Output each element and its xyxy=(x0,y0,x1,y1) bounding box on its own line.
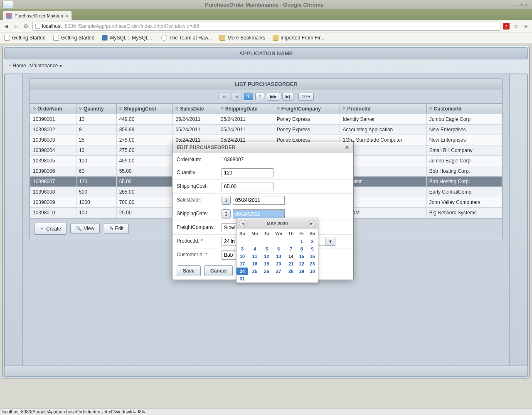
date-cell[interactable]: 29 xyxy=(297,268,307,275)
menu-icon[interactable]: ≡ xyxy=(522,23,530,29)
bookmark-item[interactable]: Getting Started xyxy=(4,35,46,41)
create-button[interactable]: ＋Create xyxy=(34,223,66,235)
page-first[interactable]: ⏮ xyxy=(218,93,229,100)
date-cell[interactable]: 25 xyxy=(248,268,261,275)
bookmark-folder[interactable]: More Bookmarks xyxy=(219,35,265,41)
date-cell[interactable]: 27 xyxy=(272,268,286,275)
dow-label: Th xyxy=(286,229,297,238)
bookmark-folder[interactable]: Imported From Fir... xyxy=(273,35,324,41)
sort-icon: ◇ xyxy=(119,106,122,110)
breadcrumb-item[interactable]: Maintenance ▾ xyxy=(30,63,62,69)
prev-month-icon[interactable]: ◀ xyxy=(239,220,246,227)
quantity-input[interactable] xyxy=(222,168,273,177)
date-cell[interactable]: 14 xyxy=(286,253,297,260)
column-header[interactable]: ◇ShippingDate xyxy=(218,104,274,114)
table-cell: Accounting Application xyxy=(340,125,426,135)
view-button[interactable]: 🔍View xyxy=(70,223,100,234)
date-cell[interactable]: 2 xyxy=(307,238,318,245)
column-header[interactable]: ◇FreightCompany xyxy=(274,104,340,114)
date-cell[interactable]: 6 xyxy=(272,245,286,253)
table-row[interactable]: 103980028359.9905/24/201105/24/2011Poney… xyxy=(30,125,502,135)
page-next[interactable]: ▶▶ xyxy=(267,93,280,101)
calendar-icon[interactable]: 🗓 xyxy=(222,209,231,219)
column-header[interactable]: ◇ShippingCost xyxy=(116,104,173,114)
window-controls[interactable]: —+× xyxy=(513,2,530,8)
date-cell[interactable]: 10 xyxy=(236,253,248,260)
url-input[interactable]: localhost:8080/SampleApp/purchaseOrder/i… xyxy=(32,22,500,31)
column-header[interactable]: ◇CustomerId xyxy=(426,104,502,114)
table-cell: 60 xyxy=(76,166,116,177)
dropdown-icon[interactable]: ▾ xyxy=(325,237,335,246)
dialog-header[interactable]: EDIT PURCHASEORDER ✕ xyxy=(172,142,353,153)
date-cell[interactable]: 21 xyxy=(286,260,297,268)
right-panel xyxy=(509,74,527,376)
save-button[interactable]: Save xyxy=(177,265,201,276)
column-header[interactable]: ◇OrderNum xyxy=(30,104,76,114)
date-cell[interactable]: 13 xyxy=(272,253,286,260)
table-cell: 275.00 xyxy=(116,135,173,145)
page-size-select[interactable]: 10 ▾ xyxy=(298,93,314,101)
date-cell[interactable]: 19 xyxy=(261,260,272,268)
search-icon: 🔍 xyxy=(76,226,82,231)
calendar-icon[interactable]: 🗓 xyxy=(222,196,231,205)
tab-title: PurchaseOrder Mainten xyxy=(15,13,63,18)
table-row[interactable]: 1039800110449.0005/24/201105/24/2011Pone… xyxy=(30,114,502,125)
salesdate-input[interactable] xyxy=(233,196,285,205)
bookmark-item[interactable]: MySQL :: MySQL ... xyxy=(102,35,154,41)
flash-icon[interactable]: ƒ xyxy=(503,23,510,29)
column-header[interactable]: ◇Quantity xyxy=(76,104,116,114)
date-cell[interactable]: 12 xyxy=(261,253,272,260)
table-cell: Bob Hosting Corp. xyxy=(426,166,502,177)
date-cell[interactable]: 1 xyxy=(297,238,307,245)
table-cell: 05/24/2011 xyxy=(218,125,274,135)
browser-tab[interactable]: PurchaseOrder Mainten × xyxy=(2,11,72,20)
date-cell[interactable]: 5 xyxy=(261,245,272,253)
date-cell[interactable]: 22 xyxy=(297,260,307,268)
pencil-icon: ✎ xyxy=(109,226,113,231)
date-cell[interactable]: 24 xyxy=(236,268,248,275)
reload-button[interactable]: ⟳ xyxy=(22,23,30,29)
date-cell[interactable]: 9 xyxy=(307,245,318,253)
forward-button[interactable]: ► xyxy=(12,23,20,29)
column-header[interactable]: ◇ProductId xyxy=(340,104,426,114)
close-icon[interactable]: ✕ xyxy=(345,145,349,150)
date-cell[interactable]: 7 xyxy=(286,245,297,253)
breadcrumb-home[interactable]: Home xyxy=(8,63,26,69)
page-icon xyxy=(4,35,10,41)
date-cell[interactable]: 18 xyxy=(248,260,261,268)
date-cell[interactable]: 4 xyxy=(248,245,261,253)
page-last[interactable]: ▶| xyxy=(282,93,293,101)
date-cell[interactable]: 8 xyxy=(297,245,307,253)
shippingcost-input[interactable] xyxy=(222,182,273,191)
back-button[interactable]: ◄ xyxy=(2,23,10,29)
cancel-button[interactable]: Cancel xyxy=(204,265,233,276)
page-prev[interactable]: ◀ xyxy=(232,93,241,101)
date-cell[interactable]: 17 xyxy=(236,260,248,268)
bookmark-item[interactable]: The Team at Haw... xyxy=(161,35,212,41)
date-cell[interactable]: 31 xyxy=(236,275,248,282)
date-cell[interactable]: 15 xyxy=(297,253,307,260)
date-cell xyxy=(261,275,272,282)
date-cell xyxy=(272,275,286,282)
date-cell[interactable]: 3 xyxy=(236,245,248,253)
shippingdate-input[interactable] xyxy=(233,209,285,219)
table-cell: 449.00 xyxy=(116,114,173,125)
bookmark-item[interactable]: Getting Started xyxy=(53,35,95,41)
date-cell[interactable]: 20 xyxy=(272,260,286,268)
date-cell[interactable]: 11 xyxy=(248,253,261,260)
page-number[interactable]: 2 xyxy=(255,93,264,100)
date-cell[interactable]: 30 xyxy=(307,268,318,275)
date-cell[interactable]: 23 xyxy=(307,260,318,268)
close-icon[interactable]: × xyxy=(66,13,68,18)
date-cell[interactable]: 26 xyxy=(261,268,272,275)
edit-button[interactable]: ✎Edit xyxy=(104,223,129,234)
table-cell: 700.00 xyxy=(116,197,173,208)
date-cell[interactable]: 28 xyxy=(286,268,297,275)
page-number[interactable]: 1 xyxy=(244,93,253,100)
bookmark-star-icon[interactable]: ☆ xyxy=(512,23,520,29)
date-cell[interactable]: 16 xyxy=(307,253,318,260)
next-month-icon[interactable]: ▶ xyxy=(308,220,315,227)
column-header[interactable]: ◇SalesDate xyxy=(173,104,218,114)
date-cell xyxy=(236,238,248,245)
table-cell: 8 xyxy=(76,125,116,135)
